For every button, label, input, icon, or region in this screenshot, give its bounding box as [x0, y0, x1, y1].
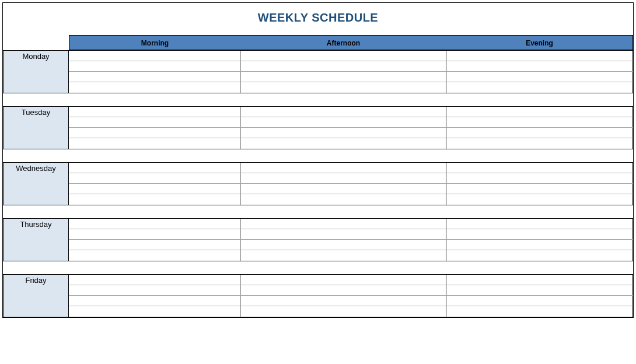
cell-morning[interactable]: [69, 306, 240, 317]
cell-afternoon[interactable]: [240, 229, 446, 239]
cell-afternoon[interactable]: [240, 184, 446, 194]
cell-evening[interactable]: [446, 229, 633, 239]
grid-row: [69, 117, 633, 128]
cell-afternoon[interactable]: [240, 163, 446, 173]
grid-row: [69, 306, 633, 317]
cell-evening[interactable]: [446, 51, 633, 61]
day-label-wednesday: Wednesday: [3, 163, 69, 205]
day-grid: [69, 51, 633, 93]
cell-afternoon[interactable]: [240, 296, 446, 306]
grid-row: [69, 138, 633, 149]
cell-evening[interactable]: [446, 275, 633, 285]
cell-evening[interactable]: [446, 138, 633, 149]
grid-row: [69, 240, 633, 250]
cell-afternoon[interactable]: [240, 117, 446, 127]
cell-evening[interactable]: [446, 117, 633, 127]
grid-row: [69, 173, 633, 184]
cell-morning[interactable]: [69, 250, 240, 261]
cell-morning[interactable]: [69, 219, 240, 229]
column-header-evening: Evening: [446, 35, 633, 50]
cell-evening[interactable]: [446, 107, 633, 117]
cell-morning[interactable]: [69, 285, 240, 295]
cell-afternoon[interactable]: [240, 275, 446, 285]
day-grid: [69, 219, 633, 261]
cell-afternoon[interactable]: [240, 82, 446, 93]
cell-morning[interactable]: [69, 229, 240, 239]
day-block-wednesday: Wednesday: [3, 162, 633, 205]
cell-afternoon[interactable]: [240, 194, 446, 205]
cell-evening[interactable]: [446, 219, 633, 229]
grid-row: [69, 194, 633, 205]
grid-row: [69, 275, 633, 285]
column-header-morning: Morning: [69, 35, 240, 50]
cell-morning[interactable]: [69, 51, 240, 61]
grid-row: [69, 250, 633, 261]
cell-evening[interactable]: [446, 173, 633, 183]
grid-row: [69, 163, 633, 173]
grid-row: [69, 229, 633, 240]
day-label-tuesday: Tuesday: [3, 107, 69, 149]
cell-evening[interactable]: [446, 61, 633, 71]
cell-evening[interactable]: [446, 306, 633, 317]
grid-row: [69, 285, 633, 296]
grid-row: [69, 184, 633, 194]
cell-afternoon[interactable]: [240, 128, 446, 138]
cell-afternoon[interactable]: [240, 173, 446, 183]
cell-morning[interactable]: [69, 194, 240, 205]
cell-afternoon[interactable]: [240, 240, 446, 250]
cell-evening[interactable]: [446, 296, 633, 306]
day-label-friday: Friday: [3, 275, 69, 317]
day-block-friday: Friday: [3, 274, 633, 317]
cell-afternoon[interactable]: [240, 250, 446, 261]
cell-evening[interactable]: [446, 128, 633, 138]
cell-morning[interactable]: [69, 275, 240, 285]
cell-afternoon[interactable]: [240, 51, 446, 61]
cell-evening[interactable]: [446, 194, 633, 205]
spacer-row: [3, 205, 633, 218]
cell-morning[interactable]: [69, 82, 240, 93]
day-grid: [69, 107, 633, 149]
day-block-thursday: Thursday: [3, 218, 633, 261]
cell-afternoon[interactable]: [240, 72, 446, 82]
day-block-monday: Monday: [3, 50, 633, 93]
spacer-row: [3, 149, 633, 162]
day-grid: [69, 275, 633, 317]
spacer-row: [3, 93, 633, 106]
cell-evening[interactable]: [446, 82, 633, 93]
cell-afternoon[interactable]: [240, 61, 446, 71]
cell-morning[interactable]: [69, 117, 240, 127]
cell-morning[interactable]: [69, 163, 240, 173]
cell-evening[interactable]: [446, 72, 633, 82]
cell-evening[interactable]: [446, 240, 633, 250]
cell-evening[interactable]: [446, 250, 633, 261]
grid-row: [69, 128, 633, 138]
cell-afternoon[interactable]: [240, 306, 446, 317]
cell-morning[interactable]: [69, 184, 240, 194]
page-title: WEEKLY SCHEDULE: [3, 3, 633, 35]
cell-morning[interactable]: [69, 107, 240, 117]
cell-afternoon[interactable]: [240, 138, 446, 149]
grid-row: [69, 107, 633, 117]
cell-morning[interactable]: [69, 296, 240, 306]
column-header-afternoon: Afternoon: [240, 35, 446, 50]
cell-morning[interactable]: [69, 72, 240, 82]
cell-morning[interactable]: [69, 173, 240, 183]
cell-afternoon[interactable]: [240, 107, 446, 117]
cell-morning[interactable]: [69, 240, 240, 250]
cell-afternoon[interactable]: [240, 285, 446, 295]
grid-row: [69, 72, 633, 82]
cell-morning[interactable]: [69, 128, 240, 138]
grid-row: [69, 82, 633, 93]
spacer-row: [3, 261, 633, 274]
cell-morning[interactable]: [69, 138, 240, 149]
schedule-container: WEEKLY SCHEDULE Morning Afternoon Evenin…: [2, 2, 634, 318]
day-label-thursday: Thursday: [3, 219, 69, 261]
cell-evening[interactable]: [446, 163, 633, 173]
column-header-row: Morning Afternoon Evening: [3, 35, 633, 50]
cell-afternoon[interactable]: [240, 219, 446, 229]
cell-evening[interactable]: [446, 285, 633, 295]
header-spacer: [3, 35, 69, 50]
cell-evening[interactable]: [446, 184, 633, 194]
day-label-monday: Monday: [3, 51, 69, 93]
cell-morning[interactable]: [69, 61, 240, 71]
